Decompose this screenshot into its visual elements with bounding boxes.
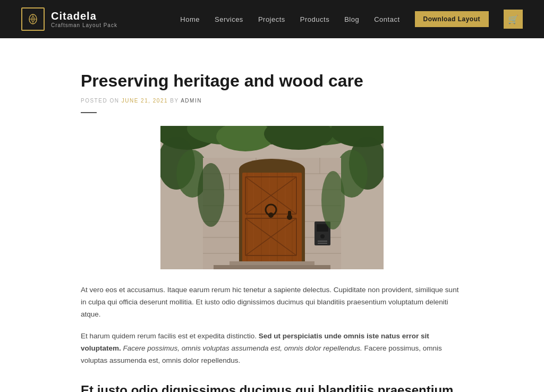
meta-prefix: POSTED ON [81, 98, 119, 104]
logo-subtitle: Craftsman Layout Pack [51, 22, 117, 28]
featured-image [160, 126, 384, 269]
main-content: Preserving heritage and wood care POSTED… [70, 70, 474, 392]
post-body: At vero eos et accusamus. Itaque earum r… [81, 284, 463, 392]
logo-text: Citadela Craftsman Layout Pack [51, 10, 117, 28]
nav-links: Home Services Projects Products Blog Con… [180, 10, 523, 29]
svg-rect-52 [317, 224, 328, 232]
svg-point-48 [268, 212, 274, 218]
svg-point-59 [321, 171, 345, 229]
cart-button[interactable]: 🛒 [504, 10, 523, 29]
nav-products[interactable]: Products [300, 15, 329, 23]
para2-italic: Facere possimus, omnis voluptas assumend… [123, 344, 362, 352]
svg-rect-55 [318, 243, 327, 244]
logo-link[interactable]: Citadela Craftsman Layout Pack [21, 7, 117, 31]
nav-blog[interactable]: Blog [344, 15, 359, 23]
post-author: ADMIN [181, 98, 202, 104]
logo-title: Citadela [51, 10, 117, 22]
svg-point-50 [287, 215, 292, 220]
navbar: Citadela Craftsman Layout Pack Home Serv… [0, 0, 544, 38]
download-layout-button[interactable]: Download Layout [415, 11, 489, 27]
meta-by: BY [170, 98, 178, 104]
svg-rect-57 [214, 265, 330, 269]
post-heading-2: Et iusto odio dignissimos ducimus qui bl… [81, 382, 463, 392]
post-date: JUNE 21, 2021 [122, 98, 168, 104]
post-meta: POSTED ON JUNE 21, 2021 BY ADMIN [81, 98, 463, 104]
post-title: Preserving heritage and wood care [81, 70, 463, 91]
logo-icon [21, 7, 45, 31]
post-divider [81, 112, 97, 113]
body-para-2: Et harum quidem rerum facilis est et exp… [81, 330, 463, 367]
svg-point-53 [320, 234, 325, 238]
nav-contact[interactable]: Contact [374, 15, 400, 23]
svg-point-58 [198, 163, 224, 227]
nav-projects[interactable]: Projects [258, 15, 285, 23]
para2-normal: Et harum quidem rerum facilis est et exp… [81, 332, 257, 340]
body-para-1: At vero eos et accusamus. Itaque earum r… [81, 284, 463, 321]
nav-services[interactable]: Services [215, 15, 243, 23]
nav-home[interactable]: Home [180, 15, 200, 23]
svg-rect-54 [318, 241, 327, 242]
cart-icon: 🛒 [508, 14, 518, 24]
